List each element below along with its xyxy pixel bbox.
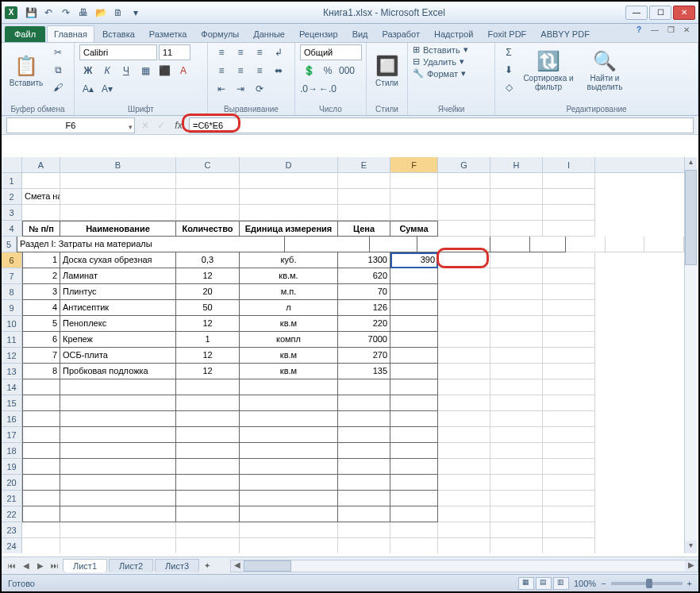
next-sheet-icon[interactable]: ▶ [33,561,48,570]
row-header-2[interactable]: 2 [2,189,22,205]
cell[interactable]: кв.м [240,364,338,379]
select-all-corner[interactable] [2,157,22,173]
currency-icon[interactable]: 💲 [300,63,317,79]
cell[interactable] [22,491,60,506]
cell[interactable] [490,252,543,268]
mdi-restore-icon[interactable]: ❐ [663,25,678,38]
fx-icon[interactable]: fx [171,120,186,131]
cell[interactable] [176,205,240,221]
row-header-7[interactable]: 7 [2,268,22,284]
grid-body[interactable]: 12Смета на работы34№ п/пНаименованиеКоли… [2,173,684,553]
cell[interactable] [22,379,60,395]
cell[interactable] [176,189,240,205]
cell[interactable] [490,411,543,427]
cell[interactable]: Единица измерения [240,221,338,237]
cell[interactable] [60,538,176,553]
cell[interactable] [606,237,645,252]
cell[interactable] [390,522,438,538]
sheet-tab-3[interactable]: Лист3 [155,559,199,572]
cell[interactable] [176,379,240,395]
cell[interactable] [60,411,176,427]
cell[interactable] [543,252,595,268]
row-header-20[interactable]: 20 [2,475,22,491]
cell[interactable] [490,316,543,332]
cell[interactable]: Смета на работы [22,189,60,205]
cell[interactable] [240,475,338,491]
new-icon[interactable]: 🗎 [111,6,125,20]
zoom-slider[interactable] [611,582,683,585]
cell[interactable]: Доска сухая обрезная [60,252,176,268]
cell[interactable]: 70 [338,284,390,300]
cell[interactable]: 12 [176,268,240,284]
row-header-11[interactable]: 11 [2,332,22,348]
cell[interactable] [438,538,490,553]
cell[interactable] [240,491,338,506]
cell[interactable] [338,189,390,205]
merge-center-icon[interactable]: ⬌ [270,63,287,79]
cell[interactable] [60,506,176,522]
tab-foxit[interactable]: Foxit PDF [481,26,533,42]
scroll-up-icon[interactable]: ▴ [685,157,697,170]
cell[interactable] [338,173,390,189]
cell[interactable] [438,395,490,411]
inc-decimal-icon[interactable]: .0→ [300,81,317,97]
cell[interactable] [338,491,390,506]
col-I[interactable]: I [543,157,595,172]
name-box[interactable]: F6▾ [6,117,135,133]
delete-cells-button[interactable]: ⊟Удалить ▾ [413,56,464,67]
row-header-5[interactable]: 5 [2,237,17,252]
cell[interactable] [543,364,595,379]
cell[interactable] [438,284,490,300]
prev-sheet-icon[interactable]: ◀ [19,561,33,570]
cell[interactable] [438,252,490,268]
enter-formula-icon[interactable]: ✓ [154,120,168,131]
cell[interactable] [176,491,240,506]
cell[interactable] [22,506,60,522]
cell[interactable]: 4 [22,300,60,316]
cell[interactable] [338,205,390,221]
undo-icon[interactable]: ↶ [41,6,56,20]
cell[interactable] [60,475,176,491]
cell[interactable] [390,332,438,348]
mdi-close-icon[interactable]: ✕ [679,25,694,38]
maximize-button[interactable]: ☐ [649,6,671,20]
cell[interactable] [490,300,543,316]
cut-icon[interactable]: ✂ [49,44,67,60]
cell[interactable] [60,189,176,205]
cell[interactable]: 220 [338,316,390,332]
cell[interactable]: кв.м. [240,268,338,284]
cell[interactable]: Раздел I: Затраты на материалы [17,237,285,252]
cell[interactable] [22,522,60,538]
cell[interactable] [543,538,595,553]
align-bottom-icon[interactable]: ≡ [251,44,268,60]
cancel-formula-icon[interactable]: ✕ [138,120,152,131]
row-header-21[interactable]: 21 [2,491,22,506]
tab-view[interactable]: Вид [346,26,375,42]
chevron-down-icon[interactable]: ▾ [129,120,133,134]
orientation-icon[interactable]: ⟳ [251,81,268,97]
save-icon[interactable]: 💾 [24,6,38,20]
cell[interactable]: Антисептик [60,300,176,316]
cell[interactable] [543,173,595,189]
sheet-tab-1[interactable]: Лист1 [63,559,107,572]
tab-data[interactable]: Данные [247,26,291,42]
cell[interactable]: Пробковая подложка [60,364,176,379]
cell[interactable]: 7000 [338,332,390,348]
underline-button[interactable]: Ч [117,63,135,79]
cell[interactable] [490,332,543,348]
border-button[interactable]: ▦ [137,63,154,79]
increase-font-icon[interactable]: A▴ [79,81,97,97]
cell[interactable]: кв.м [240,348,338,364]
row-header-10[interactable]: 10 [2,316,22,332]
qat-more-icon[interactable]: ▾ [129,6,143,20]
cell[interactable] [438,475,490,491]
page-layout-view-icon[interactable]: ▤ [536,577,552,590]
cell[interactable] [438,364,490,379]
cell[interactable] [438,221,490,237]
cell[interactable] [176,427,240,443]
normal-view-icon[interactable]: ▦ [518,577,534,590]
tab-addins[interactable]: Надстрой [428,26,479,42]
tab-developer[interactable]: Разработ [376,26,426,42]
align-middle-icon[interactable]: ≡ [232,44,249,60]
cell[interactable] [490,379,543,395]
